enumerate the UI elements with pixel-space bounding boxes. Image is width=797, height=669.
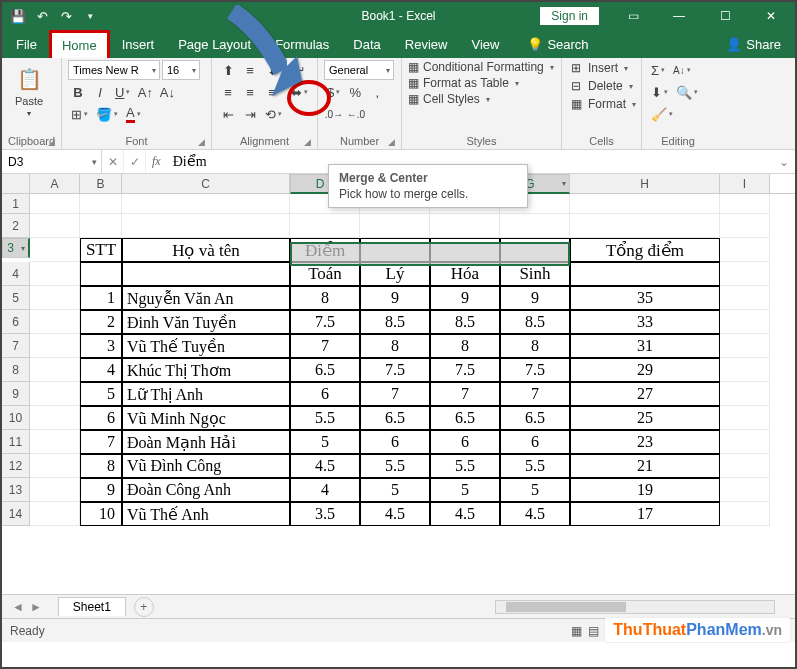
sheet-next-icon[interactable]: ► bbox=[30, 600, 42, 614]
cell[interactable]: Khúc Thị Thơm bbox=[122, 358, 290, 382]
cell[interactable]: 7.5 bbox=[290, 310, 360, 334]
tab-view[interactable]: View bbox=[459, 30, 511, 58]
cell[interactable] bbox=[80, 262, 122, 286]
cell[interactable]: 5 bbox=[430, 478, 500, 502]
cell[interactable]: 4.5 bbox=[500, 502, 570, 526]
bold-button[interactable]: B bbox=[68, 82, 88, 102]
cell[interactable] bbox=[720, 430, 770, 454]
horizontal-scrollbar[interactable] bbox=[495, 600, 775, 614]
cell[interactable] bbox=[720, 194, 770, 214]
tab-pagelayout[interactable]: Page Layout bbox=[166, 30, 263, 58]
cell[interactable] bbox=[720, 310, 770, 334]
align-bottom-button[interactable]: ⬇ bbox=[262, 60, 282, 80]
cell[interactable]: 5.5 bbox=[500, 454, 570, 478]
cell[interactable]: 23 bbox=[570, 430, 720, 454]
cell[interactable]: 1 bbox=[80, 286, 122, 310]
row-header[interactable]: 1 bbox=[2, 194, 30, 214]
number-format-select[interactable]: General bbox=[324, 60, 394, 80]
row-header[interactable]: 10 bbox=[2, 406, 30, 430]
cell[interactable]: 7.5 bbox=[500, 358, 570, 382]
cell[interactable]: 4 bbox=[290, 478, 360, 502]
enter-formula-icon[interactable]: ✓ bbox=[124, 150, 146, 173]
cell[interactable] bbox=[720, 262, 770, 286]
font-size-select[interactable]: 16 bbox=[162, 60, 200, 80]
cell[interactable]: 6.5 bbox=[290, 358, 360, 382]
cell[interactable]: 17 bbox=[570, 502, 720, 526]
font-name-select[interactable]: Times New R bbox=[68, 60, 160, 80]
tab-formulas[interactable]: Formulas bbox=[263, 30, 341, 58]
sheet-prev-icon[interactable]: ◄ bbox=[12, 600, 24, 614]
cell[interactable]: 5.5 bbox=[430, 454, 500, 478]
cell[interactable] bbox=[30, 478, 80, 502]
cell[interactable]: Vũ Minh Ngọc bbox=[122, 406, 290, 430]
cell[interactable]: 29 bbox=[570, 358, 720, 382]
cell[interactable]: 10 bbox=[80, 502, 122, 526]
row-header[interactable]: 4 bbox=[2, 262, 30, 286]
cell[interactable] bbox=[30, 262, 80, 286]
sheet-area[interactable]: ABCDEFGHI 123STTHọ và tênĐiểmTổng điểm4T… bbox=[2, 174, 795, 594]
increase-decimal-button[interactable]: .0→ bbox=[324, 104, 344, 124]
add-sheet-button[interactable]: + bbox=[134, 597, 154, 617]
cell[interactable]: 5 bbox=[80, 382, 122, 406]
cell[interactable] bbox=[720, 334, 770, 358]
borders-button[interactable]: ⊞ bbox=[68, 104, 91, 124]
cell[interactable]: 5 bbox=[290, 430, 360, 454]
tab-file[interactable]: File bbox=[2, 30, 49, 58]
cell[interactable]: 5 bbox=[500, 478, 570, 502]
paste-button[interactable]: 📋Paste▾ bbox=[8, 60, 50, 122]
cell[interactable]: 7 bbox=[500, 382, 570, 406]
dialog-launcher-icon[interactable]: ◢ bbox=[198, 137, 205, 147]
cell[interactable] bbox=[30, 454, 80, 478]
expand-formula-icon[interactable]: ⌄ bbox=[773, 155, 795, 169]
cell[interactable]: 8 bbox=[500, 334, 570, 358]
row-header[interactable]: 11 bbox=[2, 430, 30, 454]
cell[interactable]: 8.5 bbox=[360, 310, 430, 334]
cell[interactable]: 6 bbox=[80, 406, 122, 430]
cell[interactable]: 7.5 bbox=[360, 358, 430, 382]
align-middle-button[interactable]: ≡ bbox=[240, 60, 260, 80]
cell[interactable]: Vũ Thế Tuyền bbox=[122, 334, 290, 358]
row-header[interactable]: 5 bbox=[2, 286, 30, 310]
cell[interactable] bbox=[80, 214, 122, 238]
cell[interactable] bbox=[30, 382, 80, 406]
cell[interactable]: 27 bbox=[570, 382, 720, 406]
column-header[interactable]: I bbox=[720, 174, 770, 193]
cell[interactable]: Đoàn Mạnh Hải bbox=[122, 430, 290, 454]
tab-data[interactable]: Data bbox=[341, 30, 392, 58]
italic-button[interactable]: I bbox=[90, 82, 110, 102]
cell[interactable]: 3 bbox=[80, 334, 122, 358]
cell[interactable] bbox=[720, 478, 770, 502]
font-color-button[interactable]: A bbox=[123, 104, 144, 124]
cell[interactable] bbox=[570, 214, 720, 238]
tab-review[interactable]: Review bbox=[393, 30, 460, 58]
cell[interactable] bbox=[430, 214, 500, 238]
cell[interactable]: Vũ Thế Anh bbox=[122, 502, 290, 526]
cell[interactable]: 6 bbox=[360, 430, 430, 454]
minimize-icon[interactable]: — bbox=[657, 2, 701, 30]
cell[interactable]: 21 bbox=[570, 454, 720, 478]
cell[interactable] bbox=[720, 214, 770, 238]
cell[interactable] bbox=[570, 262, 720, 286]
cell[interactable]: 3.5 bbox=[290, 502, 360, 526]
cell[interactable] bbox=[720, 286, 770, 310]
row-header[interactable]: 9 bbox=[2, 382, 30, 406]
close-icon[interactable]: ✕ bbox=[749, 2, 793, 30]
save-icon[interactable]: 💾 bbox=[10, 8, 26, 24]
align-center-button[interactable]: ≡ bbox=[240, 82, 260, 102]
decrease-font-button[interactable]: A↓ bbox=[157, 82, 177, 102]
cell[interactable]: Lữ Thị Anh bbox=[122, 382, 290, 406]
format-cells-button[interactable]: ▦Format bbox=[568, 96, 636, 112]
cell[interactable]: 25 bbox=[570, 406, 720, 430]
cell[interactable] bbox=[30, 502, 80, 526]
cell[interactable] bbox=[80, 194, 122, 214]
cell[interactable]: Tổng điểm bbox=[570, 238, 720, 262]
delete-cells-button[interactable]: ⊟Delete bbox=[568, 78, 636, 94]
column-header[interactable]: B bbox=[80, 174, 122, 193]
undo-icon[interactable]: ↶ bbox=[34, 8, 50, 24]
row-header[interactable]: 8 bbox=[2, 358, 30, 382]
cell[interactable] bbox=[30, 286, 80, 310]
cell[interactable]: 8 bbox=[430, 334, 500, 358]
cell[interactable] bbox=[570, 194, 720, 214]
insert-cells-button[interactable]: ⊞Insert bbox=[568, 60, 636, 76]
cell[interactable] bbox=[30, 238, 80, 262]
